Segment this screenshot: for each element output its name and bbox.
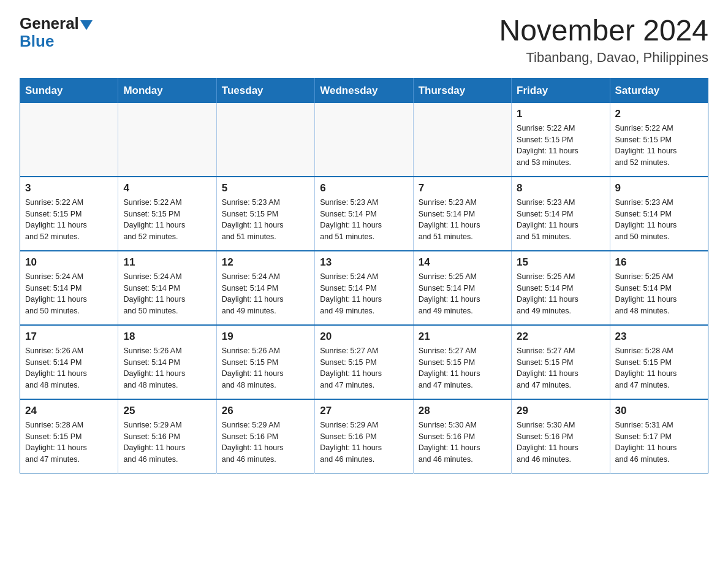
calendar-cell: 23Sunrise: 5:28 AM Sunset: 5:15 PM Dayli… [610,325,708,399]
calendar-cell: 15Sunrise: 5:25 AM Sunset: 5:14 PM Dayli… [512,251,610,325]
weekday-header-tuesday: Tuesday [216,78,314,103]
logo-top-row: General [20,15,93,33]
day-info: Sunrise: 5:26 AM Sunset: 5:14 PM Dayligh… [25,345,113,391]
calendar-table: SundayMondayTuesdayWednesdayThursdayFrid… [20,78,708,473]
day-number: 22 [517,331,604,343]
day-info: Sunrise: 5:25 AM Sunset: 5:14 PM Dayligh… [615,271,703,317]
day-info: Sunrise: 5:31 AM Sunset: 5:17 PM Dayligh… [615,419,703,465]
calendar-cell: 30Sunrise: 5:31 AM Sunset: 5:17 PM Dayli… [610,399,708,473]
day-info: Sunrise: 5:22 AM Sunset: 5:15 PM Dayligh… [615,123,703,169]
day-info: Sunrise: 5:22 AM Sunset: 5:15 PM Dayligh… [517,123,604,169]
day-info: Sunrise: 5:28 AM Sunset: 5:15 PM Dayligh… [25,419,113,465]
calendar-cell: 14Sunrise: 5:25 AM Sunset: 5:14 PM Dayli… [413,251,511,325]
weekday-header-monday: Monday [118,78,216,103]
day-info: Sunrise: 5:24 AM Sunset: 5:14 PM Dayligh… [123,271,211,317]
day-number: 12 [222,256,309,269]
day-info: Sunrise: 5:26 AM Sunset: 5:15 PM Dayligh… [222,345,309,391]
calendar-cell: 9Sunrise: 5:23 AM Sunset: 5:14 PM Daylig… [610,177,708,251]
calendar-cell [315,103,413,177]
day-number: 29 [517,405,604,417]
day-number: 18 [123,331,211,343]
day-number: 8 [517,182,604,194]
calendar-week-row: 1Sunrise: 5:22 AM Sunset: 5:15 PM Daylig… [20,103,708,177]
logo-general-text: General [20,14,79,33]
day-number: 7 [419,182,506,194]
day-info: Sunrise: 5:27 AM Sunset: 5:15 PM Dayligh… [320,345,408,391]
calendar-cell: 29Sunrise: 5:30 AM Sunset: 5:16 PM Dayli… [512,399,610,473]
day-info: Sunrise: 5:23 AM Sunset: 5:15 PM Dayligh… [222,197,309,243]
month-title: November 2024 [499,15,708,47]
day-number: 28 [419,405,506,417]
calendar-cell: 17Sunrise: 5:26 AM Sunset: 5:14 PM Dayli… [20,325,118,399]
calendar-week-row: 24Sunrise: 5:28 AM Sunset: 5:15 PM Dayli… [20,399,708,473]
day-info: Sunrise: 5:29 AM Sunset: 5:16 PM Dayligh… [320,419,408,465]
calendar-cell: 22Sunrise: 5:27 AM Sunset: 5:15 PM Dayli… [512,325,610,399]
day-info: Sunrise: 5:30 AM Sunset: 5:16 PM Dayligh… [419,419,506,465]
calendar-cell: 25Sunrise: 5:29 AM Sunset: 5:16 PM Dayli… [118,399,216,473]
day-info: Sunrise: 5:24 AM Sunset: 5:14 PM Dayligh… [25,271,113,317]
day-info: Sunrise: 5:24 AM Sunset: 5:14 PM Dayligh… [222,271,309,317]
calendar-cell: 20Sunrise: 5:27 AM Sunset: 5:15 PM Dayli… [315,325,413,399]
calendar-cell: 2Sunrise: 5:22 AM Sunset: 5:15 PM Daylig… [610,103,708,177]
day-info: Sunrise: 5:28 AM Sunset: 5:15 PM Dayligh… [615,345,703,391]
title-area: November 2024 Tibanbang, Davao, Philippi… [499,15,708,66]
calendar-cell: 5Sunrise: 5:23 AM Sunset: 5:15 PM Daylig… [216,177,314,251]
weekday-header-thursday: Thursday [413,78,511,103]
day-info: Sunrise: 5:23 AM Sunset: 5:14 PM Dayligh… [320,197,408,243]
calendar-cell [20,103,118,177]
day-number: 26 [222,405,309,417]
logo: General Blue [20,15,93,50]
calendar-cell: 24Sunrise: 5:28 AM Sunset: 5:15 PM Dayli… [20,399,118,473]
day-number: 20 [320,331,408,343]
calendar-cell: 12Sunrise: 5:24 AM Sunset: 5:14 PM Dayli… [216,251,314,325]
day-number: 21 [419,331,506,343]
day-number: 25 [123,405,211,417]
calendar-cell: 4Sunrise: 5:22 AM Sunset: 5:15 PM Daylig… [118,177,216,251]
calendar-cell [216,103,314,177]
calendar-cell: 27Sunrise: 5:29 AM Sunset: 5:16 PM Dayli… [315,399,413,473]
calendar-cell: 11Sunrise: 5:24 AM Sunset: 5:14 PM Dayli… [118,251,216,325]
logo-triangle-icon [80,20,93,30]
logo-blue-text: Blue [20,32,54,50]
page-header: General Blue November 2024 Tibanbang, Da… [20,15,708,66]
weekday-header-row: SundayMondayTuesdayWednesdayThursdayFrid… [20,78,708,103]
day-info: Sunrise: 5:22 AM Sunset: 5:15 PM Dayligh… [123,197,211,243]
day-number: 23 [615,331,703,343]
day-info: Sunrise: 5:25 AM Sunset: 5:14 PM Dayligh… [419,271,506,317]
day-info: Sunrise: 5:26 AM Sunset: 5:14 PM Dayligh… [123,345,211,391]
calendar-cell: 19Sunrise: 5:26 AM Sunset: 5:15 PM Dayli… [216,325,314,399]
day-number: 5 [222,182,309,194]
day-number: 27 [320,405,408,417]
day-number: 11 [123,256,211,269]
day-number: 17 [25,331,113,343]
calendar-cell [118,103,216,177]
day-info: Sunrise: 5:23 AM Sunset: 5:14 PM Dayligh… [517,197,604,243]
calendar-cell: 21Sunrise: 5:27 AM Sunset: 5:15 PM Dayli… [413,325,511,399]
location-title: Tibanbang, Davao, Philippines [499,50,708,66]
calendar-cell: 6Sunrise: 5:23 AM Sunset: 5:14 PM Daylig… [315,177,413,251]
day-info: Sunrise: 5:23 AM Sunset: 5:14 PM Dayligh… [419,197,506,243]
calendar-cell: 26Sunrise: 5:29 AM Sunset: 5:16 PM Dayli… [216,399,314,473]
day-info: Sunrise: 5:25 AM Sunset: 5:14 PM Dayligh… [517,271,604,317]
calendar-cell: 18Sunrise: 5:26 AM Sunset: 5:14 PM Dayli… [118,325,216,399]
calendar-cell: 16Sunrise: 5:25 AM Sunset: 5:14 PM Dayli… [610,251,708,325]
day-number: 1 [517,108,604,120]
day-number: 30 [615,405,703,417]
calendar-cell: 1Sunrise: 5:22 AM Sunset: 5:15 PM Daylig… [512,103,610,177]
day-number: 19 [222,331,309,343]
calendar-week-row: 3Sunrise: 5:22 AM Sunset: 5:15 PM Daylig… [20,177,708,251]
day-info: Sunrise: 5:30 AM Sunset: 5:16 PM Dayligh… [517,419,604,465]
day-info: Sunrise: 5:24 AM Sunset: 5:14 PM Dayligh… [320,271,408,317]
day-number: 13 [320,256,408,269]
day-number: 6 [320,182,408,194]
calendar-week-row: 10Sunrise: 5:24 AM Sunset: 5:14 PM Dayli… [20,251,708,325]
calendar-week-row: 17Sunrise: 5:26 AM Sunset: 5:14 PM Dayli… [20,325,708,399]
calendar-cell: 13Sunrise: 5:24 AM Sunset: 5:14 PM Dayli… [315,251,413,325]
day-info: Sunrise: 5:22 AM Sunset: 5:15 PM Dayligh… [25,197,113,243]
calendar-cell: 3Sunrise: 5:22 AM Sunset: 5:15 PM Daylig… [20,177,118,251]
day-info: Sunrise: 5:27 AM Sunset: 5:15 PM Dayligh… [517,345,604,391]
day-number: 9 [615,182,703,194]
calendar-cell: 28Sunrise: 5:30 AM Sunset: 5:16 PM Dayli… [413,399,511,473]
day-number: 10 [25,256,113,269]
day-number: 16 [615,256,703,269]
